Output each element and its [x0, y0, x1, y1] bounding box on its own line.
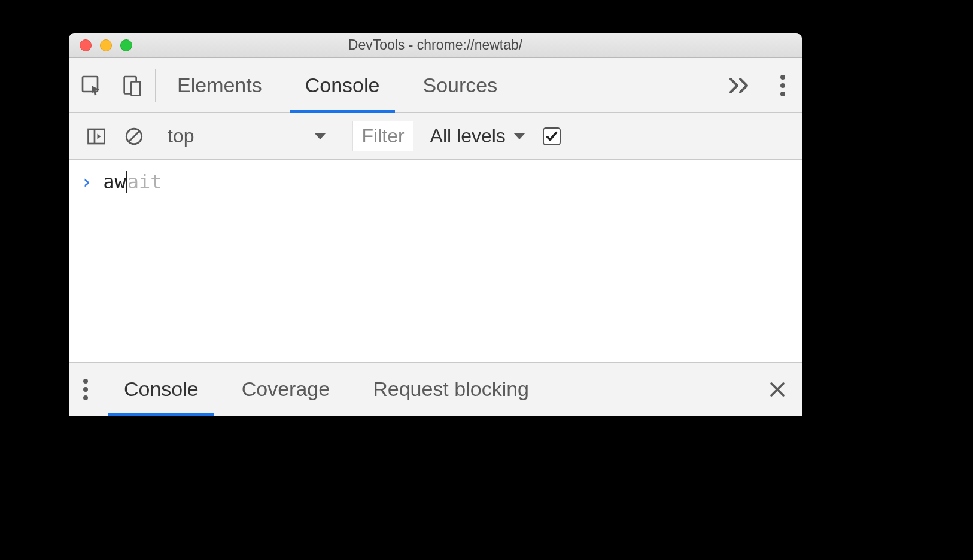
filter-input[interactable]: Filter [352, 121, 413, 151]
checkmark-icon [545, 130, 558, 143]
svg-point-12 [83, 395, 88, 400]
context-selector[interactable]: top [153, 113, 341, 159]
traffic-lights [80, 39, 132, 51]
typed-text: aw [103, 171, 126, 193]
tab-label: Console [124, 378, 199, 401]
svg-line-9 [129, 131, 139, 141]
dropdown-triangle-icon [314, 132, 327, 141]
inspect-element-icon[interactable] [80, 74, 104, 98]
chevron-double-right-icon [727, 77, 751, 95]
console-input-line[interactable]: await [103, 171, 162, 195]
levels-label: All levels [430, 125, 506, 147]
console-body[interactable]: › await [69, 160, 802, 362]
drawer-tab-coverage[interactable]: Coverage [220, 363, 351, 416]
svg-rect-2 [131, 81, 140, 95]
drawer-tab-request-blocking[interactable]: Request blocking [351, 363, 551, 416]
filter-placeholder: Filter [361, 125, 404, 147]
svg-point-3 [780, 75, 785, 80]
svg-point-5 [780, 92, 785, 96]
log-level-selector[interactable]: All levels [424, 113, 532, 159]
tab-label: Sources [422, 74, 497, 97]
main-tab-bar: Elements Console Sources [69, 58, 802, 113]
drawer-tab-console[interactable]: Console [102, 363, 220, 416]
group-similar-checkbox[interactable] [543, 127, 561, 145]
tab-console[interactable]: Console [284, 58, 402, 112]
dropdown-triangle-icon [513, 132, 526, 141]
svg-point-10 [83, 379, 88, 384]
clear-icon [124, 126, 144, 147]
tab-elements[interactable]: Elements [156, 58, 284, 112]
console-toolbar: top Filter All levels [69, 113, 802, 160]
svg-rect-6 [89, 129, 105, 144]
kebab-icon [779, 72, 786, 99]
drawer-menu-button[interactable] [69, 363, 102, 416]
drawer: Console Coverage Request blocking [69, 362, 802, 416]
svg-point-11 [83, 387, 88, 392]
clear-console-button[interactable] [115, 113, 153, 159]
minimize-window-button[interactable] [100, 39, 112, 51]
tab-label: Coverage [242, 378, 330, 401]
svg-point-4 [780, 83, 785, 88]
devtools-window: DevTools - chrome://newtab/ Elements Co [69, 33, 802, 416]
inspect-tools [69, 58, 155, 112]
device-toggle-icon[interactable] [120, 74, 144, 98]
window-title: DevTools - chrome://newtab/ [69, 37, 802, 53]
tab-label: Elements [177, 74, 262, 97]
sidebar-toggle-icon [86, 126, 107, 147]
maximize-window-button[interactable] [120, 39, 132, 51]
tab-label: Console [305, 74, 380, 97]
tab-sources[interactable]: Sources [401, 58, 519, 112]
close-window-button[interactable] [80, 39, 92, 51]
close-icon [768, 381, 786, 398]
tab-label: Request blocking [373, 378, 529, 401]
drawer-close-button[interactable] [753, 363, 802, 416]
autocomplete-suggestion: ait [127, 171, 162, 193]
sidebar-toggle-button[interactable] [77, 113, 115, 159]
overflow-menu-button[interactable] [768, 58, 802, 112]
more-tabs-button[interactable] [710, 58, 768, 112]
kebab-icon [82, 376, 89, 403]
titlebar[interactable]: DevTools - chrome://newtab/ [69, 33, 802, 58]
context-label: top [168, 125, 194, 147]
prompt-caret-icon: › [81, 171, 92, 193]
